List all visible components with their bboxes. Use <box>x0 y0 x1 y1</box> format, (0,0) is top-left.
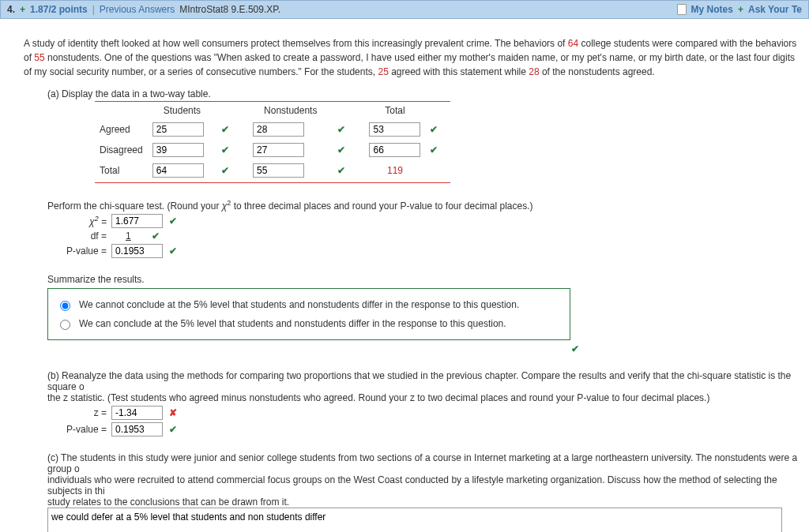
summary-option-2: We can conclude at the 5% level that stu… <box>79 318 506 329</box>
cross-icon: ✘ <box>163 407 183 418</box>
summary-option-2-radio[interactable] <box>60 320 70 330</box>
check-icon: ✔ <box>333 119 364 140</box>
check-icon: ✔ <box>333 140 364 160</box>
pvalue-b-label: P-value = <box>47 424 111 435</box>
pvalue-label: P-value = <box>47 245 111 257</box>
plus-icon[interactable]: + <box>738 4 743 15</box>
ask-teacher-link[interactable]: Ask Your Te <box>748 4 802 15</box>
grand-total: 119 <box>364 160 425 181</box>
intro-text: A study of identity theft looked at how … <box>24 36 801 79</box>
cell-agreed-nonstudents[interactable] <box>253 122 304 137</box>
col-nonstudents: Nonstudents <box>248 102 333 119</box>
cell-disagreed-total[interactable] <box>369 143 420 157</box>
points-display: 1.87/2 points <box>30 4 88 15</box>
row-total: Total <box>95 160 148 181</box>
cell-total-nonstudents[interactable] <box>253 163 304 178</box>
part-b-text: (b) Reanalyze the data using the methods… <box>47 370 801 403</box>
previous-answers-link[interactable]: Previous Answers <box>100 4 175 15</box>
z-label: z = <box>47 407 111 418</box>
check-icon: ✔ <box>425 119 457 140</box>
df-label: df = <box>47 230 111 242</box>
col-total: Total <box>364 102 425 119</box>
check-icon: ✔ <box>163 424 183 435</box>
check-icon: ✔ <box>216 160 248 181</box>
cell-disagreed-nonstudents[interactable] <box>253 143 304 157</box>
question-header: 4. + 1.87/2 points | Previous Answers MI… <box>0 0 809 19</box>
source-ref: MIntroStat8 9.E.509.XP. <box>179 4 280 15</box>
notes-icon <box>677 4 687 15</box>
cell-agreed-students[interactable] <box>152 122 204 137</box>
summary-option-1: We cannot conclude at the 5% level that … <box>79 299 519 310</box>
check-icon: ✔ <box>163 215 183 227</box>
check-icon: ✔ <box>333 160 364 181</box>
pvalue-input[interactable] <box>111 244 163 258</box>
row-agreed: Agreed <box>95 119 148 140</box>
cell-total-students[interactable] <box>152 163 204 178</box>
check-icon: ✔ <box>163 245 183 257</box>
chi-prompt: Perform the chi-square test. (Round your… <box>47 199 801 212</box>
divider: | <box>92 4 95 15</box>
part-c-text: (c) The students in this study were juni… <box>47 452 801 508</box>
summary-box: We cannot conclude at the 5% level that … <box>47 288 570 340</box>
summary-title: Summarize the results. <box>47 274 801 285</box>
part-c-answer[interactable] <box>47 508 782 532</box>
check-icon: ✔ <box>145 230 166 242</box>
z-input[interactable] <box>111 406 163 420</box>
check-icon: ✔ <box>565 343 585 354</box>
summary-option-1-radio[interactable] <box>60 301 70 311</box>
chi2-label: χ2 = <box>47 215 111 227</box>
cell-disagreed-students[interactable] <box>152 143 204 157</box>
pvalue-b-input[interactable] <box>111 422 163 436</box>
plus-icon[interactable]: + <box>20 4 25 15</box>
check-icon: ✔ <box>425 140 457 160</box>
part-a-prompt: (a) Display the data in a two-way table. <box>47 88 801 99</box>
my-notes-link[interactable]: My Notes <box>691 4 733 15</box>
row-disagreed: Disagreed <box>95 140 148 160</box>
question-body: A study of identity theft looked at how … <box>0 19 809 532</box>
check-icon: ✔ <box>216 140 248 160</box>
df-value: 1 <box>111 230 145 242</box>
chi2-input[interactable] <box>111 214 163 228</box>
col-students: Students <box>148 102 216 119</box>
question-number: 4. <box>7 4 15 15</box>
divider-line <box>95 182 450 183</box>
check-icon: ✔ <box>216 119 248 140</box>
two-way-table: Students Nonstudents Total Agreed ✔ ✔ ✔ … <box>95 102 457 181</box>
cell-agreed-total[interactable] <box>369 122 420 137</box>
